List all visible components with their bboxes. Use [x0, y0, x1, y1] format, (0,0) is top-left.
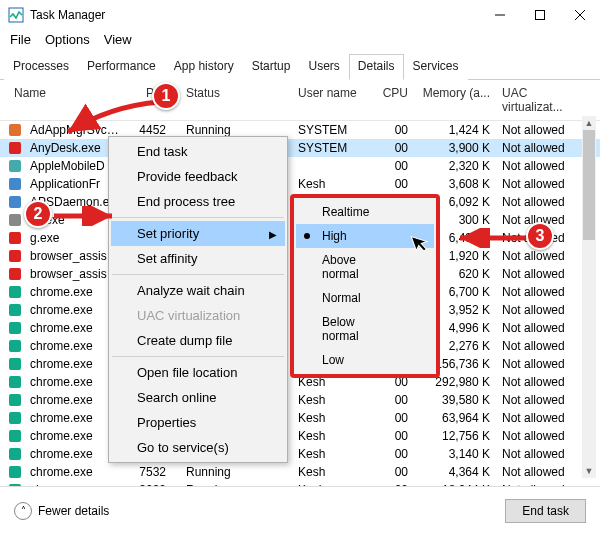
svg-rect-7 — [9, 160, 21, 172]
svg-rect-5 — [9, 124, 21, 136]
process-icon — [8, 466, 22, 478]
scroll-up-icon[interactable]: ▲ — [582, 116, 596, 130]
cell-cpu: 00 — [374, 429, 414, 443]
scrollbar-thumb[interactable] — [583, 130, 595, 240]
cell-status: Running — [172, 123, 292, 137]
tab-performance[interactable]: Performance — [78, 54, 165, 80]
cell-mem: 63,964 K — [414, 411, 496, 425]
svg-rect-15 — [9, 304, 21, 316]
svg-rect-20 — [9, 394, 21, 406]
cell-status: Running — [172, 465, 292, 479]
cell-uac: Not allowed — [496, 429, 576, 443]
cell-uac: Not allowed — [496, 177, 576, 191]
cell-mem: 3,900 K — [414, 141, 496, 155]
menu-item[interactable]: Search online — [111, 385, 285, 410]
col-cpu[interactable]: CPU — [374, 86, 414, 114]
col-mem[interactable]: Memory (a... — [414, 86, 496, 114]
cell-uac: Not allowed — [496, 321, 576, 335]
menu-view[interactable]: View — [104, 32, 132, 47]
menu-item[interactable]: Open file location — [111, 360, 285, 385]
vertical-scrollbar[interactable]: ▲ ▼ — [582, 116, 596, 478]
tab-services[interactable]: Services — [404, 54, 468, 80]
cell-uac: Not allowed — [496, 159, 576, 173]
scroll-down-icon[interactable]: ▼ — [582, 464, 596, 478]
menu-item[interactable]: Analyze wait chain — [111, 278, 285, 303]
process-icon — [8, 394, 22, 406]
menu-item[interactable]: End process tree — [111, 189, 285, 214]
fewer-details-label: Fewer details — [38, 504, 109, 518]
tab-users[interactable]: Users — [299, 54, 348, 80]
table-row[interactable]: AppleMobileD002,320 KNot allowed — [0, 157, 600, 175]
col-user[interactable]: User name — [292, 86, 374, 114]
table-row[interactable]: chrome.exeKesh0063,964 KNot allowed — [0, 409, 600, 427]
svg-rect-9 — [9, 196, 21, 208]
process-icon — [8, 160, 22, 172]
cell-cpu: 00 — [374, 393, 414, 407]
cell-uac: Not allowed — [496, 465, 576, 479]
app-icon — [8, 7, 24, 23]
table-row[interactable]: ApplicationFrKesh003,608 KNot allowed — [0, 175, 600, 193]
table-row[interactable]: chrome.exeKesh0039,580 KNot allowed — [0, 391, 600, 409]
menu-item[interactable]: Provide feedback — [111, 164, 285, 189]
table-row[interactable]: chrome.exe2652RunningKesh003,140 KNot al… — [0, 445, 600, 463]
cell-mem: 2,320 K — [414, 159, 496, 173]
col-status: Status — [172, 86, 292, 114]
svg-rect-16 — [9, 322, 21, 334]
priority-option[interactable]: Normal — [296, 286, 434, 310]
tab-startup[interactable]: Startup — [243, 54, 300, 80]
cell-cpu: 00 — [374, 447, 414, 461]
priority-option[interactable]: Realtime — [296, 200, 434, 224]
menu-item[interactable]: Go to service(s) — [111, 435, 285, 460]
menu-item[interactable]: Set priority▶ — [111, 221, 285, 246]
end-task-button[interactable]: End task — [505, 499, 586, 523]
process-icon — [8, 142, 22, 154]
cell-uac: Not allowed — [496, 123, 576, 137]
table-row[interactable]: AnyDesk.exeSYSTEM003,900 KNot allowed — [0, 139, 600, 157]
maximize-button[interactable] — [520, 0, 560, 30]
context-menu: End taskProvide feedbackEnd process tree… — [108, 136, 288, 463]
cell-uac: Not allowed — [496, 447, 576, 461]
svg-rect-10 — [9, 214, 21, 226]
menu-item[interactable]: Properties — [111, 410, 285, 435]
annotation-badge-1: 1 — [152, 82, 180, 110]
tab-processes[interactable]: Processes — [4, 54, 78, 80]
cell-mem: 3,608 K — [414, 177, 496, 191]
col-status-label[interactable]: Status — [186, 86, 220, 100]
menu-options[interactable]: Options — [45, 32, 90, 47]
cell-mem: 3,140 K — [414, 447, 496, 461]
table-row[interactable]: chrome.exe7532RunningKesh004,364 KNot al… — [0, 463, 600, 481]
cell-user: Kesh — [292, 429, 374, 443]
tab-details[interactable]: Details — [349, 54, 404, 80]
svg-rect-21 — [9, 412, 21, 424]
menu-item[interactable]: Create dump file — [111, 328, 285, 353]
close-button[interactable] — [560, 0, 600, 30]
minimize-button[interactable] — [480, 0, 520, 30]
menu-item[interactable]: Set affinity — [111, 246, 285, 271]
priority-option[interactable]: Low — [296, 348, 434, 372]
cell-uac: Not allowed — [496, 195, 576, 209]
title-bar: Task Manager — [0, 0, 600, 30]
priority-option[interactable]: Below normal — [296, 310, 434, 348]
menu-bar: File Options View — [0, 30, 600, 53]
fewer-details-button[interactable]: ˄ Fewer details — [14, 502, 109, 520]
cell-uac: Not allowed — [496, 357, 576, 371]
svg-rect-23 — [9, 448, 21, 460]
cell-cpu: 00 — [374, 465, 414, 479]
chevron-up-icon: ˄ — [14, 502, 32, 520]
footer-bar: ˄ Fewer details End task — [0, 486, 600, 534]
cell-user: SYSTEM — [292, 123, 374, 137]
svg-rect-24 — [9, 466, 21, 478]
annotation-arrow-3 — [452, 228, 532, 248]
menu-item[interactable]: End task — [111, 139, 285, 164]
menu-file[interactable]: File — [10, 32, 31, 47]
cell-uac: Not allowed — [496, 141, 576, 155]
col-uac[interactable]: UAC virtualizat... — [496, 86, 576, 114]
process-icon — [8, 430, 22, 442]
cell-user: Kesh — [292, 447, 374, 461]
table-row[interactable]: chrome.exe2960RunningKesh0012,756 KNot a… — [0, 427, 600, 445]
tab-app-history[interactable]: App history — [165, 54, 243, 80]
cell-mem: 12,756 K — [414, 429, 496, 443]
priority-option[interactable]: Above normal — [296, 248, 434, 286]
cell-uac: Not allowed — [496, 285, 576, 299]
process-icon — [8, 322, 22, 334]
